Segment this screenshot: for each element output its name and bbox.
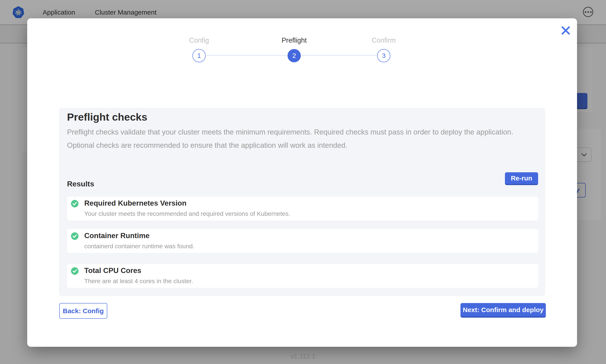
step-indicator-3: 3 — [377, 49, 390, 62]
page-title: Preflight checks — [67, 111, 147, 123]
close-icon[interactable] — [560, 25, 572, 37]
step-connector — [301, 55, 377, 56]
next-button[interactable]: Next: Confirm and deploy — [460, 303, 546, 318]
check-message: containerd container runtime was found. — [84, 243, 194, 250]
check-result-row: Required Kubernetes Version Your cluster… — [67, 196, 538, 221]
preflight-panel: Preflight checks Preflight checks valida… — [59, 108, 545, 296]
check-circle-icon — [71, 200, 79, 208]
check-message: There are at least 4 cores in the cluste… — [84, 278, 193, 285]
check-result-row: Total CPU Cores There are at least 4 cor… — [67, 264, 538, 288]
app-root: Application Cluster Management 0 y v1.11… — [0, 0, 606, 364]
check-circle-icon — [71, 232, 79, 240]
check-result-row: Container Runtime containerd container r… — [67, 229, 538, 253]
step-connector — [206, 55, 287, 56]
rerun-button[interactable]: Re-run — [505, 172, 538, 185]
check-circle-icon — [71, 267, 79, 275]
preflight-checks-modal: Config Preflight Confirm 1 2 3 Preflight… — [27, 18, 577, 347]
preflight-description: Preflight checks validate that your clus… — [67, 125, 520, 152]
check-message: Your cluster meets the recommended and r… — [84, 210, 290, 217]
step-indicator-1: 1 — [193, 49, 206, 62]
check-title: Total CPU Cores — [84, 266, 141, 275]
check-title: Container Runtime — [84, 232, 150, 240]
step-label-preflight: Preflight — [282, 37, 307, 44]
results-heading: Results — [67, 180, 94, 188]
step-label-confirm: Confirm — [372, 37, 396, 44]
step-label-config: Config — [189, 37, 209, 44]
step-indicator-2: 2 — [288, 49, 301, 62]
check-title: Required Kubernetes Version — [84, 199, 186, 208]
back-button[interactable]: Back: Config — [59, 303, 107, 319]
